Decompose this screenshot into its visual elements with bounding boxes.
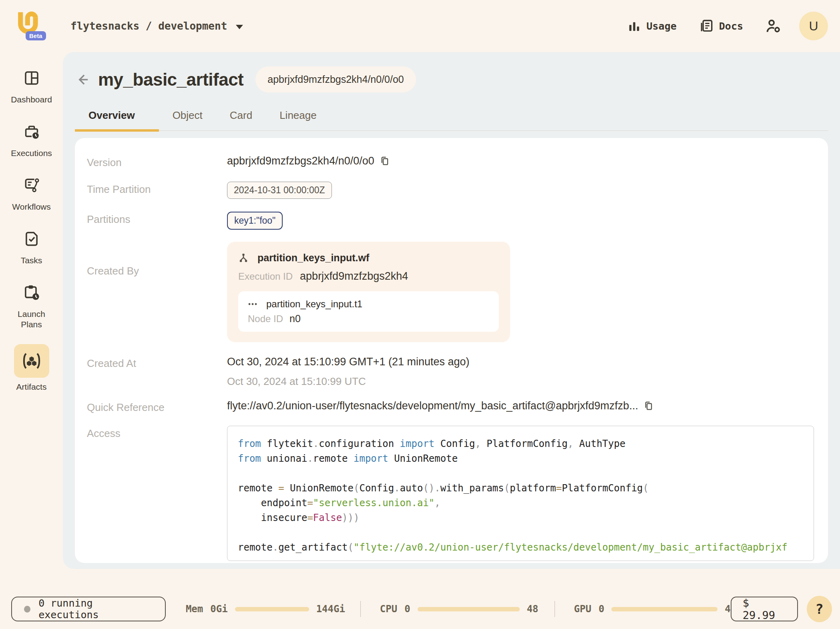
field-created-by: Created By partition_keys_input.wf Execu… bbox=[87, 242, 815, 356]
status-dot bbox=[24, 606, 30, 613]
divider bbox=[555, 601, 555, 617]
sidebar-item-label: Workflows bbox=[12, 202, 50, 212]
execution-id-row: Execution ID apbrjxfd9mzfzbgs2kh4 bbox=[238, 270, 499, 282]
gpu-current: 0 bbox=[599, 603, 604, 615]
running-executions-text: 0 running executions bbox=[38, 597, 153, 621]
tab-object[interactable]: Object bbox=[159, 109, 216, 130]
version-badge: apbrjxfd9mzfzbgs2kh4/n0/0/o0 bbox=[255, 66, 416, 92]
field-label: Partitions bbox=[87, 212, 227, 226]
gpu-bar bbox=[611, 607, 717, 611]
cpu-max: 48 bbox=[527, 603, 539, 615]
workflows-icon bbox=[23, 177, 40, 193]
code-block[interactable]: from flytekit.configuration import Confi… bbox=[227, 426, 814, 561]
mem-meter: Mem 0Gi 144Gi bbox=[186, 603, 345, 615]
usage-button[interactable]: Usage bbox=[627, 20, 677, 32]
beta-badge: Beta bbox=[26, 31, 46, 40]
chevron-down-icon bbox=[236, 25, 243, 29]
time-partition-chip: 2024-10-31 00:00:00Z bbox=[227, 182, 332, 199]
field-label: Time Partition bbox=[87, 182, 227, 196]
mem-max: 144Gi bbox=[316, 603, 345, 615]
breadcrumb-text: flytesnacks / development bbox=[70, 20, 227, 32]
gpu-max: 4 bbox=[725, 603, 730, 615]
field-quick-reference: Quick Reference flyte://av0.2/union-user… bbox=[87, 400, 815, 414]
copy-quick-reference-button[interactable] bbox=[644, 401, 653, 411]
sidebar-item-label: Executions bbox=[11, 148, 52, 158]
mem-label: Mem bbox=[186, 603, 203, 615]
help-button[interactable]: ? bbox=[807, 596, 832, 622]
copy-icon bbox=[380, 156, 390, 166]
page-title: my_basic_artifact bbox=[98, 70, 243, 90]
field-label: Access bbox=[87, 426, 227, 440]
docs-button[interactable]: Docs bbox=[699, 19, 743, 33]
launch-plans-icon bbox=[23, 284, 40, 301]
tab-card[interactable]: Card bbox=[216, 109, 266, 130]
mem-current: 0Gi bbox=[210, 603, 227, 615]
task-name: partition_keys_input.t1 bbox=[266, 298, 362, 310]
field-version: Version apbrjxfd9mzfzbgs2kh4/n0/0/o0 bbox=[87, 155, 815, 169]
copy-icon bbox=[644, 401, 653, 411]
sidebar-item-label: Tasks bbox=[21, 255, 42, 266]
sidebar-item-launch-plans[interactable]: Launch Plans bbox=[8, 280, 56, 330]
workflow-node-icon bbox=[238, 253, 249, 263]
field-created-at: Created At Oct 30, 2024 at 15:10:99 GMT+… bbox=[87, 356, 815, 388]
sidebar-item-artifacts[interactable]: Artifacts bbox=[8, 344, 56, 392]
running-executions-pill[interactable]: 0 running executions bbox=[11, 597, 166, 621]
divider bbox=[360, 601, 361, 617]
gpu-meter: GPU 0 4 bbox=[574, 603, 731, 615]
tab-lineage[interactable]: Lineage bbox=[266, 109, 330, 130]
back-arrow-icon bbox=[76, 73, 91, 86]
usage-label: Usage bbox=[647, 20, 677, 32]
workflow-link[interactable]: partition_keys_input.wf bbox=[238, 252, 499, 264]
sidebar-item-executions[interactable]: Executions bbox=[8, 119, 56, 158]
copy-version-button[interactable] bbox=[380, 156, 390, 166]
tasks-icon bbox=[24, 230, 40, 247]
field-label: Quick Reference bbox=[87, 400, 227, 414]
sidebar-item-tasks[interactable]: Tasks bbox=[8, 226, 56, 266]
sidebar-item-dashboard[interactable]: Dashboard bbox=[8, 66, 56, 105]
breadcrumb[interactable]: flytesnacks / development bbox=[70, 20, 243, 32]
back-button[interactable] bbox=[75, 71, 92, 88]
quick-reference-value: flyte://av0.2/union-user/flytesnacks/dev… bbox=[227, 400, 638, 412]
user-gear-icon bbox=[766, 19, 782, 33]
status-bar: 0 running executions Mem 0Gi 144Gi CPU 0… bbox=[0, 596, 840, 622]
field-label: Created At bbox=[87, 356, 227, 370]
artifacts-icon bbox=[22, 352, 42, 370]
sidebar-item-workflows[interactable]: Workflows bbox=[8, 173, 56, 212]
version-value: apbrjxfd9mzfzbgs2kh4/n0/0/o0 bbox=[227, 155, 374, 167]
docs-label: Docs bbox=[719, 20, 743, 32]
cpu-meter: CPU 0 48 bbox=[380, 603, 539, 615]
node-id-value: n0 bbox=[289, 313, 301, 325]
mem-bar bbox=[235, 607, 309, 611]
created-at-utc: Oct 30, 2024 at 15:10:99 UTC bbox=[227, 375, 815, 388]
node-id-label: Node ID bbox=[248, 313, 283, 325]
cpu-label: CPU bbox=[380, 603, 397, 615]
sidebar-item-label: Artifacts bbox=[16, 382, 47, 392]
artifact-header: my_basic_artifact apbrjxfd9mzfzbgs2kh4/n… bbox=[75, 66, 828, 92]
field-time-partition: Time Partition 2024-10-31 00:00:00Z bbox=[87, 182, 815, 199]
created-at-local: Oct 30, 2024 at 15:10:99 GMT+1 (21 minut… bbox=[227, 356, 815, 368]
top-bar: Beta flytesnacks / development Usage Doc… bbox=[0, 0, 840, 52]
field-label: Created By bbox=[87, 242, 227, 277]
tab-bar: Overview Object Card Lineage bbox=[75, 109, 828, 131]
sidebar-item-label: Dashboard bbox=[11, 94, 52, 105]
user-settings-button[interactable] bbox=[766, 19, 782, 33]
cost-button[interactable]: $ 29.99 bbox=[731, 597, 798, 621]
dashboard-icon bbox=[23, 70, 40, 86]
execution-id-label: Execution ID bbox=[238, 271, 293, 282]
overview-card: Version apbrjxfd9mzfzbgs2kh4/n0/0/o0 Tim… bbox=[75, 138, 828, 563]
avatar[interactable]: U bbox=[799, 12, 828, 40]
cpu-bar bbox=[418, 607, 520, 611]
tab-overview[interactable]: Overview bbox=[75, 109, 159, 130]
executions-icon bbox=[23, 123, 40, 140]
union-logo[interactable]: Beta bbox=[16, 10, 44, 42]
main-panel: my_basic_artifact apbrjxfd9mzfzbgs2kh4/n… bbox=[63, 52, 840, 569]
avatar-initial: U bbox=[809, 19, 818, 34]
workflow-name: partition_keys_input.wf bbox=[257, 252, 369, 264]
code-lines: from flytekit.configuration import Confi… bbox=[238, 437, 814, 555]
partition-chip: key1:"foo" bbox=[227, 212, 283, 230]
task-card[interactable]: partition_keys_input.t1 Node ID n0 bbox=[238, 291, 499, 332]
task-dots-icon bbox=[248, 302, 257, 306]
cpu-current: 0 bbox=[404, 603, 410, 615]
field-access: Access from flytekit.configuration impor… bbox=[87, 426, 815, 561]
execution-id-value: apbrjxfd9mzfzbgs2kh4 bbox=[300, 270, 408, 282]
